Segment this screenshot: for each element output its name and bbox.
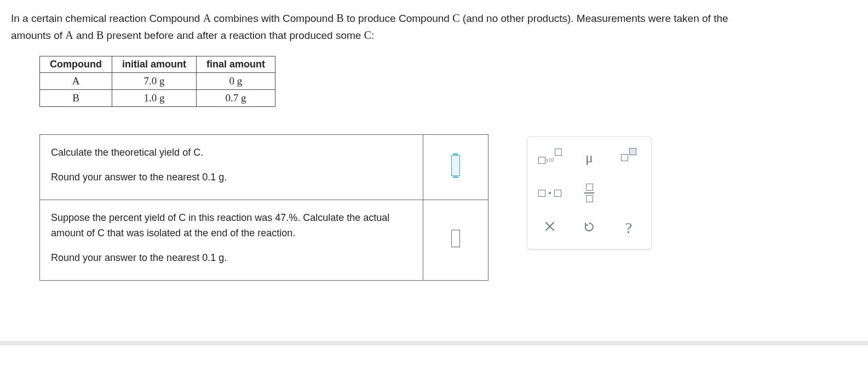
close-icon: [544, 221, 555, 235]
question-table: Calculate the theoretical yield of C. Ro…: [39, 134, 488, 281]
fraction-button[interactable]: [574, 180, 604, 206]
col-compound: Compound: [40, 56, 112, 73]
question-2-prompt: Suppose the percent yield of C in this r…: [40, 200, 423, 280]
footer-divider: [0, 341, 868, 345]
answer-input-1[interactable]: [451, 155, 460, 176]
question-1-prompt: Calculate the theoretical yield of C. Ro…: [40, 135, 423, 200]
col-initial: initial amount: [112, 56, 196, 73]
table-row: B 1.0 g 0.7 g: [40, 90, 275, 107]
mu-button[interactable]: μ: [574, 145, 604, 171]
reset-button[interactable]: [574, 215, 604, 241]
superscript-button[interactable]: [614, 145, 643, 171]
undo-icon: [583, 220, 596, 236]
scientific-notation-button[interactable]: x10: [535, 145, 565, 171]
col-final: final amount: [196, 56, 275, 73]
clear-button[interactable]: [535, 215, 565, 241]
table-row: A 7.0 g 0 g: [40, 73, 275, 90]
multiply-button[interactable]: [535, 180, 565, 206]
amounts-table: Compound initial amount final amount A 7…: [39, 56, 275, 107]
answer-input-2[interactable]: [451, 230, 460, 247]
help-button[interactable]: ?: [614, 215, 643, 241]
help-icon: ?: [625, 219, 632, 237]
problem-intro: In a certain chemical reaction Compound …: [11, 10, 857, 44]
symbol-toolbox: x10 μ: [527, 137, 652, 249]
